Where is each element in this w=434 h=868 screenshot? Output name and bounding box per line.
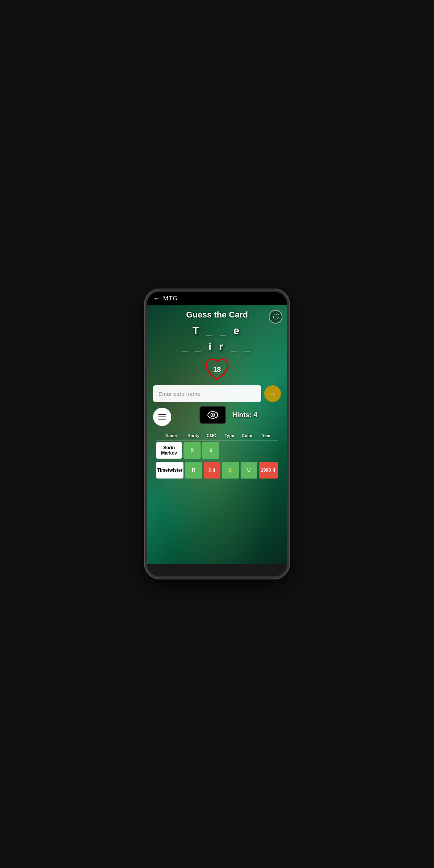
col-type: Type: [220, 433, 238, 438]
guesses-table: Name Rarity CMC Type Color Year Sorin Ma…: [153, 431, 281, 480]
info-button[interactable]: ⓘ: [269, 310, 282, 324]
card-name-input[interactable]: [153, 385, 261, 402]
hints-label: Hints: 4: [232, 411, 257, 419]
row1-color: [240, 442, 257, 459]
menu-line-3: [158, 419, 166, 420]
col-year: Year: [256, 433, 276, 438]
table-row: Sorin Markov R 6: [156, 440, 278, 460]
eye-button[interactable]: [199, 406, 226, 424]
controls-row: Hints: 4: [153, 406, 281, 424]
back-button[interactable]: ←: [153, 295, 160, 303]
game-area: ⓘ Guess the Card T _ _ e _ _ i r _ _ 18: [147, 305, 287, 564]
svg-point-2: [212, 414, 214, 416]
input-row: →: [153, 385, 281, 402]
row2-cmc: 3 ⬆: [204, 462, 220, 479]
phone-frame: ← MTG ⓘ Guess the Card T _ _ e _ _ i r _…: [145, 289, 289, 579]
app-title: MTG: [163, 295, 178, 302]
col-color: Color: [238, 433, 256, 438]
menu-line-2: [158, 416, 166, 417]
table-header: Name Rarity CMC Type Color Year: [156, 431, 278, 440]
lives-container: 18: [205, 359, 229, 381]
row1-type: [221, 442, 238, 459]
row2-name: Timetwister: [156, 462, 183, 479]
puzzle-line1: T _ _ e: [182, 323, 252, 339]
row1-name: Sorin Markov: [156, 442, 182, 459]
menu-line-1: [158, 414, 166, 415]
row2-year: 1993 ⬆: [259, 462, 278, 479]
page-title: Guess the Card: [186, 310, 248, 320]
puzzle-line2: _ _ i r _ _: [182, 339, 252, 355]
submit-button[interactable]: →: [264, 385, 281, 402]
menu-button[interactable]: [153, 408, 171, 426]
row1-rarity: R: [183, 442, 201, 459]
status-bar: ← MTG: [147, 292, 287, 305]
word-puzzle: T _ _ e _ _ i r _ _: [182, 323, 252, 355]
row2-color: U: [241, 462, 257, 479]
table-row: Timetwister R 3 ⬆ 🐍 U 1993 ⬆: [156, 460, 278, 480]
lives-count: 18: [213, 366, 221, 374]
row2-rarity: R: [185, 462, 202, 479]
col-cmc: CMC: [203, 433, 220, 438]
row2-type: 🐍: [222, 462, 239, 479]
col-name: Name: [158, 433, 185, 438]
heart-icon: 18: [205, 359, 229, 381]
row1-cmc: 6: [202, 442, 219, 459]
row1-year: [258, 442, 278, 459]
col-rarity: Rarity: [185, 433, 203, 438]
content-overlay: ⓘ Guess the Card T _ _ e _ _ i r _ _ 18: [147, 305, 287, 480]
